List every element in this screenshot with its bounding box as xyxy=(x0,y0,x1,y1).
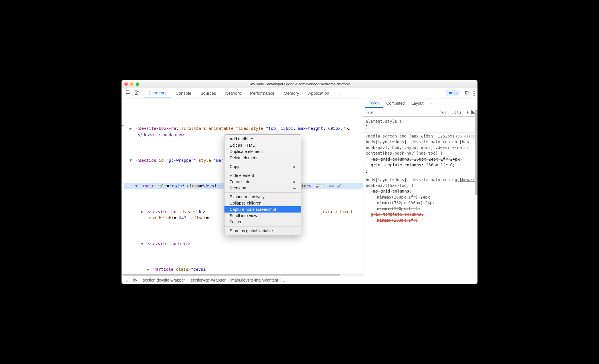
panel-tabs: Elements Console Sources Network Perform… xyxy=(144,88,345,98)
tab-application[interactable]: Application xyxy=(304,88,334,98)
speech-bubble-icon xyxy=(449,91,452,95)
tab-elements[interactable]: Elements xyxy=(144,88,171,98)
horizontal-scrollbar[interactable] xyxy=(122,274,363,276)
menu-store-global[interactable]: Store as global variable xyxy=(224,228,301,234)
context-menu: Add attribute Edit as HTML Duplicate ele… xyxy=(224,134,301,235)
tab-network[interactable]: Network xyxy=(221,88,246,98)
vertical-scrollbar[interactable] xyxy=(475,110,477,195)
menu-copy[interactable]: Copy xyxy=(224,163,301,170)
breadcrumb-ellipsis[interactable]: … xyxy=(281,278,288,282)
style-rule[interactable]: app.css:1 body[layout=docs] .devsite-mai… xyxy=(363,176,477,225)
device-toolbar-icon[interactable] xyxy=(135,90,140,96)
titlebar: DevTools - developers.google.com/web/too… xyxy=(122,80,477,88)
more-tabs-button[interactable]: » xyxy=(334,88,345,98)
menu-hide-element[interactable]: Hide element xyxy=(224,172,301,179)
breadcrumb-item[interactable]: dy xyxy=(130,278,140,282)
style-rule[interactable]: app.css:1 @media screen and (max-width: … xyxy=(363,133,477,176)
selection-indicator: == $0 xyxy=(329,184,341,188)
styles-filter-input[interactable] xyxy=(363,110,435,114)
breadcrumb-item[interactable]: section.devsite-wrapper xyxy=(140,278,188,282)
hov-toggle[interactable]: :hov xyxy=(435,110,449,114)
cls-toggle[interactable]: .cls xyxy=(449,110,464,114)
menu-focus[interactable]: Focus xyxy=(224,219,301,225)
source-link[interactable]: app.css:1 xyxy=(455,134,475,139)
settings-button[interactable] xyxy=(464,90,470,96)
menu-duplicate-element[interactable]: Duplicate element xyxy=(224,148,301,155)
window-title: DevTools - developers.google.com/web/too… xyxy=(122,82,477,86)
kebab-menu-button[interactable] xyxy=(473,91,475,96)
dom-node[interactable]: ▶<article class="devsi xyxy=(124,266,363,272)
subtab-styles[interactable]: Styles xyxy=(365,98,383,108)
gear-icon xyxy=(464,90,470,95)
tab-sources[interactable]: Sources xyxy=(196,88,221,98)
devtools-window: DevTools - developers.google.com/web/too… xyxy=(122,80,477,284)
menu-separator xyxy=(224,162,301,162)
main-toolbar: Elements Console Sources Network Perform… xyxy=(122,88,477,98)
tab-memory[interactable]: Memory xyxy=(279,88,304,98)
menu-separator xyxy=(224,171,301,171)
dom-node[interactable]: ▼<devsite-content> xyxy=(124,240,363,247)
menu-separator xyxy=(224,226,301,227)
tab-performance[interactable]: Performance xyxy=(246,88,279,98)
tab-console[interactable]: Console xyxy=(171,88,196,98)
feedback-count: 17 xyxy=(454,91,458,95)
breadcrumb-ellipsis[interactable]: … xyxy=(123,278,130,282)
menu-scroll-into-view[interactable]: Scroll into view xyxy=(224,213,301,219)
subtab-layout[interactable]: Layout xyxy=(408,98,427,108)
breadcrumb-item[interactable]: section#gc-wrapper xyxy=(188,278,228,282)
grid-badge[interactable]: grid xyxy=(314,184,323,188)
menu-force-state[interactable]: Force state xyxy=(224,179,301,185)
menu-collapse-children[interactable]: Collapse children xyxy=(224,200,301,206)
svg-rect-4 xyxy=(472,111,474,112)
elements-dom-pane: ⋯ ▶<devsite-book-nav scrollbars animatab… xyxy=(122,98,363,284)
new-style-rule-button[interactable]: + xyxy=(464,110,471,115)
menu-edit-as-html[interactable]: Edit as HTML xyxy=(224,142,301,148)
menu-capture-screenshot[interactable]: Capture node screenshot xyxy=(224,206,301,213)
gutter-indicator: ⋯ xyxy=(122,122,124,129)
breadcrumb-bar: … dy section.devsite-wrapper section#gc-… xyxy=(122,276,363,284)
menu-expand-recursively[interactable]: Expand recursively xyxy=(224,194,301,200)
menu-break-on[interactable]: Break on xyxy=(224,185,301,191)
styles-pane: Styles Computed Layout » :hov .cls + ele… xyxy=(363,98,477,284)
breadcrumb-item-selected[interactable]: main.devsite-main-content xyxy=(228,278,281,282)
menu-add-attribute[interactable]: Add attribute xyxy=(224,136,301,142)
subtab-more[interactable]: » xyxy=(427,98,436,108)
menu-delete-element[interactable]: Delete element xyxy=(224,155,301,161)
main-split: ⋯ ▶<devsite-book-nav scrollbars animatab… xyxy=(122,98,477,284)
styles-subtabs: Styles Computed Layout » xyxy=(363,98,477,108)
style-rule[interactable]: element.style { } xyxy=(363,118,477,133)
source-link[interactable]: app.css:1 xyxy=(455,177,475,183)
svg-rect-2 xyxy=(137,92,139,95)
svg-rect-3 xyxy=(471,110,475,114)
subtab-computed[interactable]: Computed xyxy=(383,98,408,108)
styles-rules-list[interactable]: element.style { } app.css:1 @media scree… xyxy=(363,117,477,284)
styles-filter-bar: :hov .cls + xyxy=(363,108,477,117)
feedback-badge[interactable]: 17 xyxy=(446,90,460,96)
menu-separator xyxy=(224,192,301,193)
inspect-icon[interactable] xyxy=(126,90,131,96)
